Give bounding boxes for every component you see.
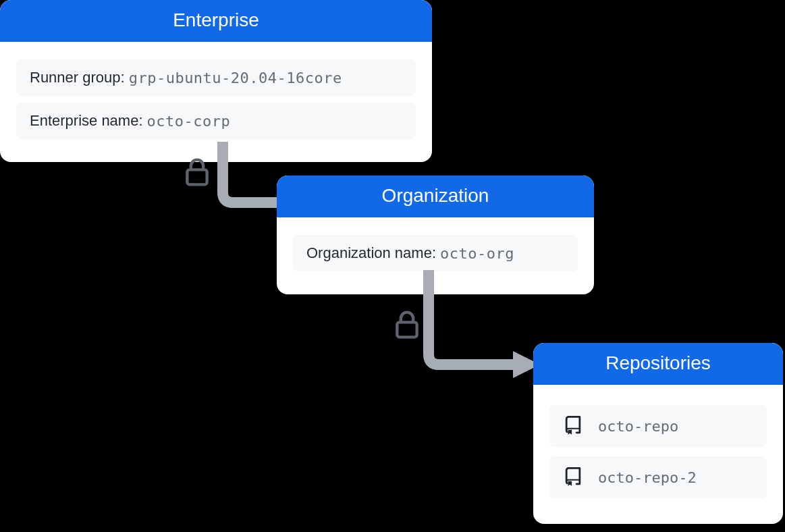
repositories-title: Repositories [533, 343, 783, 385]
repositories-card: Repositories octo-repo octo-repo-2 [533, 343, 783, 524]
enterprise-name-row: Enterprise name: octo-corp [16, 103, 416, 139]
svg-rect-1 [187, 169, 207, 184]
repo-item: octo-repo-2 [549, 456, 767, 498]
org-name-row: Organization name: octo-org [293, 235, 578, 271]
org-name-value: octo-org [440, 245, 514, 262]
enterprise-name-value: octo-corp [147, 113, 231, 130]
lock-icon [182, 155, 212, 189]
repositories-body: octo-repo octo-repo-2 [533, 385, 783, 524]
organization-title: Organization [277, 176, 594, 217]
enterprise-title: Enterprise [0, 0, 432, 42]
runner-group-row: Runner group: grp-ubuntu-20.04-16core [16, 59, 416, 96]
repo-item: octo-repo [549, 405, 767, 447]
connector-org-to-repos [408, 270, 543, 378]
runner-group-label: Runner group: [30, 69, 125, 86]
repo-name: octo-repo [598, 418, 678, 435]
repo-name: octo-repo-2 [598, 469, 697, 486]
runner-group-value: grp-ubuntu-20.04-16core [129, 70, 342, 86]
lock-icon [392, 308, 422, 342]
svg-rect-3 [397, 322, 416, 337]
repo-icon [563, 415, 583, 437]
enterprise-card: Enterprise Runner group: grp-ubuntu-20.0… [0, 0, 432, 162]
org-name-label: Organization name: [306, 244, 436, 262]
enterprise-name-label: Enterprise name: [30, 112, 143, 130]
repo-icon [563, 466, 583, 489]
